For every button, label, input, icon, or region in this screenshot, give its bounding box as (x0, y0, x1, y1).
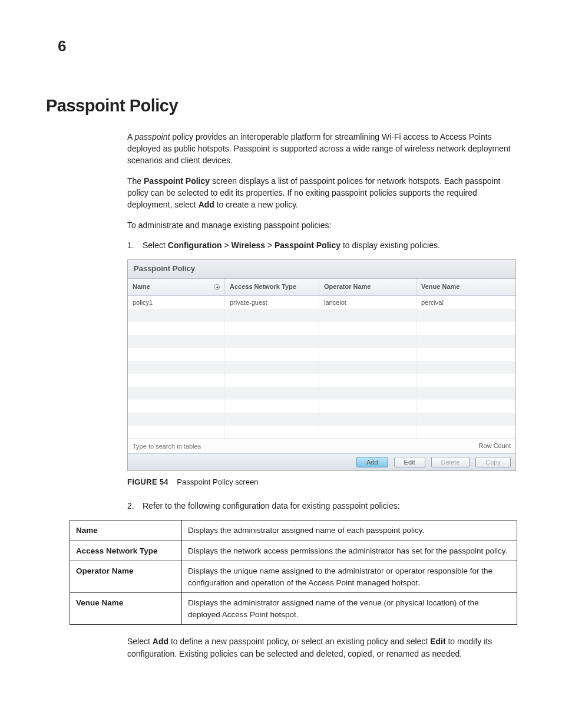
add-button[interactable]: Add (356, 457, 388, 467)
table-cell (225, 374, 319, 387)
field-row: Access Network TypeDisplays the network … (70, 541, 517, 561)
column-header-venue-name[interactable]: Venue Name (416, 279, 515, 295)
table-cell (128, 309, 225, 322)
table-cell (225, 309, 319, 322)
table-cell (416, 309, 515, 322)
figure-label: FIGURE 54 (127, 477, 168, 486)
screenshot-passpoint-policy: Passpoint Policy Name Access Network Typ… (127, 259, 516, 471)
table-row[interactable] (128, 361, 515, 374)
table-cell (128, 387, 225, 400)
toolbar: Add Edit Delete Copy (128, 453, 515, 470)
step-number: 1. (127, 239, 143, 251)
field-row: Operator NameDisplays the unique name as… (70, 561, 517, 593)
step-2: 2. Refer to the following configuration … (127, 500, 516, 512)
table-cell (225, 387, 319, 400)
intro-paragraph-1: A passpoint policy provides an interoper… (127, 131, 516, 167)
table-row[interactable]: policy1private-guestlancelotpercival (128, 296, 515, 309)
text: > (265, 241, 275, 250)
table-row[interactable] (128, 413, 515, 426)
table-cell (128, 348, 225, 361)
table-cell (128, 426, 225, 439)
text: Select (127, 637, 153, 646)
field-description: Displays the administrator assigned name… (182, 520, 517, 541)
table-cell (225, 426, 319, 439)
table-cell (225, 413, 319, 426)
table-cell (319, 361, 416, 374)
intro-paragraph-3: To administrate and manage existing pass… (127, 219, 516, 231)
bold: Add (199, 200, 214, 209)
table-row[interactable] (128, 400, 515, 413)
text: The (127, 176, 144, 186)
closing-paragraph: Select Add to define a new passpoint pol… (127, 635, 516, 660)
table-cell (416, 322, 515, 335)
bold: Edit (430, 637, 445, 646)
table-cell (319, 348, 416, 361)
text: Select (143, 241, 168, 250)
table-cell (128, 374, 225, 387)
text: to create a new policy. (214, 200, 298, 209)
emphasis: passpoint (134, 132, 170, 141)
bold: Add (153, 637, 168, 646)
table-row[interactable] (128, 309, 515, 322)
table-cell (225, 335, 319, 348)
table-cell: lancelot (319, 296, 416, 309)
field-description: Displays the unique name assigned to the… (182, 561, 517, 593)
table-row[interactable] (128, 335, 515, 348)
bold: Wireless (232, 241, 265, 250)
table-cell (416, 348, 515, 361)
table-cell (225, 322, 319, 335)
table-cell (416, 400, 515, 413)
search-input[interactable] (133, 443, 286, 450)
field-name: Operator Name (70, 561, 182, 593)
field-row: NameDisplays the administrator assigned … (70, 520, 517, 541)
table-cell (128, 400, 225, 413)
figure-text: Passpoint Policy screen (177, 477, 258, 486)
table-cell (128, 361, 225, 374)
table-cell (225, 400, 319, 413)
table-cell (416, 374, 515, 387)
field-name: Venue Name (70, 593, 182, 625)
bold: Configuration (168, 241, 222, 250)
field-description: Displays the network access permissions … (182, 541, 517, 561)
table-cell (319, 309, 416, 322)
step-1: 1. Select Configuration > Wireless > Pas… (127, 239, 516, 251)
table-cell (319, 426, 416, 439)
table-cell (319, 387, 416, 400)
text: > (222, 241, 232, 250)
column-header-access-network-type[interactable]: Access Network Type (225, 279, 319, 295)
table-row[interactable] (128, 348, 515, 361)
table-cell (128, 413, 225, 426)
table-row[interactable] (128, 426, 515, 439)
table-cell (225, 361, 319, 374)
table-cell (416, 335, 515, 348)
sort-asc-icon[interactable] (214, 284, 220, 290)
table-cell (319, 335, 416, 348)
table-cell (225, 348, 319, 361)
text: to display existing policies. (340, 241, 440, 250)
table-cell (319, 413, 416, 426)
bold: Passpoint Policy (144, 176, 210, 186)
field-row: Venue NameDisplays the administrator ass… (70, 593, 517, 625)
column-header-operator-name[interactable]: Operator Name (319, 279, 416, 295)
table-row[interactable] (128, 374, 515, 387)
figure-caption: FIGURE 54 Passpoint Policy screen (127, 477, 516, 488)
page-title: Passpoint Policy (46, 93, 516, 118)
table-footer: Row Count (128, 439, 515, 453)
copy-button[interactable]: Copy (475, 457, 511, 467)
table-cell (319, 322, 416, 335)
panel-title: Passpoint Policy (128, 260, 515, 279)
table-cell (416, 413, 515, 426)
table-cell: percival (416, 296, 515, 309)
table-cell (416, 387, 515, 400)
delete-button[interactable]: Delete (431, 457, 470, 467)
column-header-name[interactable]: Name (128, 279, 225, 295)
row-count-label: Row Count (479, 442, 511, 451)
table-cell (319, 374, 416, 387)
table-row[interactable] (128, 387, 515, 400)
table-cell (319, 400, 416, 413)
table-body: policy1private-guestlancelotpercival (128, 296, 515, 439)
table-row[interactable] (128, 322, 515, 335)
text: A (127, 132, 134, 141)
table-cell: private-guest (225, 296, 319, 309)
edit-button[interactable]: Edit (394, 457, 425, 467)
